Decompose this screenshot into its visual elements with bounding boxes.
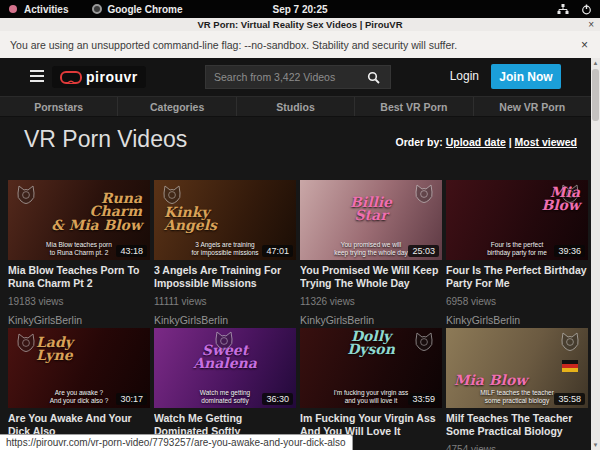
power-icon[interactable] xyxy=(581,4,592,15)
link-preview-statusbar: https://pirouvr.com/vr-porn-video/779325… xyxy=(0,434,353,450)
warning-close-icon[interactable]: × xyxy=(581,38,588,52)
scrollbar-thumb[interactable] xyxy=(592,69,599,121)
page-title: VR Porn Videos xyxy=(24,126,187,153)
order-upload-date-link[interactable]: Upload date xyxy=(446,136,506,148)
video-thumbnail[interactable]: Mia Blow Four is the perfect birthday pa… xyxy=(446,180,588,260)
studio-watermark-icon xyxy=(412,183,436,205)
video-card: Dolly Dyson I'm fucking your virgin ass … xyxy=(300,328,442,450)
thumbnail-performer-name: Kinky Angels xyxy=(154,206,296,233)
scroll-down-icon[interactable]: ▼ xyxy=(591,440,600,450)
video-thumbnail[interactable]: Dolly Dyson I'm fucking your virgin ass … xyxy=(300,328,442,408)
view-count: 4754 views xyxy=(446,444,588,450)
duration-badge: 35:58 xyxy=(554,393,585,405)
studio-link[interactable]: KinkyGirlsBerlin xyxy=(154,314,296,326)
clock[interactable]: Sep 7 20:25 xyxy=(0,4,600,15)
video-thumbnail[interactable]: Billie Star You promised we will keep tr… xyxy=(300,180,442,260)
view-count: 11326 views xyxy=(300,296,442,307)
view-count: 19183 views xyxy=(8,296,150,307)
studio-watermark-icon xyxy=(558,183,582,205)
page-scrollbar[interactable]: ▲ ▼ xyxy=(591,58,600,450)
tab-close-icon[interactable]: × xyxy=(588,20,594,30)
video-thumbnail[interactable]: Mia Blow MILF teaches the teacher some p… xyxy=(446,328,588,408)
video-card: Runa Charm & Mia Blow Mia Blow teaches p… xyxy=(8,180,150,326)
login-link[interactable]: Login xyxy=(450,69,479,83)
screen: Activities Google Chrome Sep 7 20:25 VR … xyxy=(0,0,600,450)
studio-watermark-icon xyxy=(160,184,184,206)
video-card: Sweet Analena Watch me getting dominated… xyxy=(154,328,296,450)
video-card: Lady Lyne Are you awake ? And your dick … xyxy=(8,328,150,450)
video-title[interactable]: 3 Angels Are Training For Impossible Mis… xyxy=(154,264,296,290)
studio-watermark-icon xyxy=(558,331,582,353)
search-icon xyxy=(367,71,380,84)
nav-item-categories[interactable]: Categories xyxy=(118,97,236,116)
site-header: pirouvr Login Join Now xyxy=(0,58,591,96)
site-logo[interactable]: pirouvr xyxy=(52,66,146,88)
browser-tab-strip: VR Porn: Virtual Reality Sex Videos | Pi… xyxy=(0,18,600,32)
scroll-up-icon[interactable]: ▲ xyxy=(591,58,600,68)
vr-goggles-icon xyxy=(60,71,82,84)
video-title[interactable]: Four Is The Perfect Birthday Party For M… xyxy=(446,264,588,290)
duration-badge: 43:18 xyxy=(116,245,147,257)
nav-item-best-vr-porn[interactable]: Best VR Porn xyxy=(355,97,473,116)
studio-link[interactable]: KinkyGirlsBerlin xyxy=(8,314,150,326)
view-count: 6958 views xyxy=(446,296,588,307)
studio-link[interactable]: KinkyGirlsBerlin xyxy=(300,314,442,326)
logo-text: pirouvr xyxy=(86,69,138,85)
video-card: Billie Star You promised we will keep tr… xyxy=(300,180,442,326)
video-thumbnail[interactable]: Lady Lyne Are you awake ? And your dick … xyxy=(8,328,150,408)
order-by-label: Order by: xyxy=(395,136,442,148)
order-separator: | xyxy=(509,136,512,148)
tab-title[interactable]: VR Porn: Virtual Reality Sex Videos | Pi… xyxy=(0,19,600,30)
thumbnail-performer-name: Mia Blow xyxy=(446,374,588,387)
nav-item-studios[interactable]: Studios xyxy=(237,97,355,116)
studio-watermark-icon xyxy=(212,330,236,352)
duration-badge: 30:17 xyxy=(116,393,147,405)
main-nav: Pornstars Categories Studios Best VR Por… xyxy=(0,96,591,117)
warning-text: You are using an unsupported command-lin… xyxy=(10,39,457,51)
search-input[interactable] xyxy=(206,66,364,88)
duration-badge: 25:03 xyxy=(408,245,439,257)
video-card: Kinky Angels 3 Angels are training for i… xyxy=(154,180,296,326)
duration-badge: 39:36 xyxy=(554,245,585,257)
video-title[interactable]: Milf Teaches The Teacher Some Practical … xyxy=(446,412,588,438)
duration-badge: 36:30 xyxy=(262,393,293,405)
studio-watermark-icon xyxy=(14,184,38,206)
german-flag-decal xyxy=(562,360,578,372)
network-icon[interactable] xyxy=(557,4,569,15)
video-grid: Runa Charm & Mia Blow Mia Blow teaches p… xyxy=(8,180,588,450)
system-top-bar: Activities Google Chrome Sep 7 20:25 xyxy=(0,0,600,18)
search-box xyxy=(205,65,391,89)
sandbox-warning-bar: You are using an unsupported command-lin… xyxy=(0,31,600,59)
order-most-viewed-link[interactable]: Most viewed xyxy=(515,136,577,148)
studio-watermark-icon xyxy=(412,331,436,353)
search-button[interactable] xyxy=(356,66,390,88)
video-title[interactable]: Mia Blow Teaches Porn To Runa Charm Pt 2 xyxy=(8,264,150,290)
duration-badge: 47:01 xyxy=(262,245,293,257)
duration-badge: 33:59 xyxy=(408,393,439,405)
video-thumbnail[interactable]: Sweet Analena Watch me getting dominated… xyxy=(154,328,296,408)
hamburger-menu-icon[interactable] xyxy=(30,70,44,82)
studio-watermark-icon xyxy=(14,332,38,354)
video-card: Mia Blow MILF teaches the teacher some p… xyxy=(446,328,588,450)
video-thumbnail[interactable]: Kinky Angels 3 Angels are training for i… xyxy=(154,180,296,260)
video-thumbnail[interactable]: Runa Charm & Mia Blow Mia Blow teaches p… xyxy=(8,180,150,260)
nav-item-new-vr-porn[interactable]: New VR Porn xyxy=(474,97,591,116)
page-viewport: pirouvr Login Join Now Pornstars Categor… xyxy=(0,58,591,450)
nav-item-pornstars[interactable]: Pornstars xyxy=(0,97,118,116)
join-now-button[interactable]: Join Now xyxy=(491,64,561,89)
view-count: 11111 views xyxy=(154,296,296,307)
order-by-controls: Order by: Upload date | Most viewed xyxy=(395,136,577,148)
video-title[interactable]: You Promised We Will Keep Trying The Who… xyxy=(300,264,442,290)
video-card: Mia Blow Four is the perfect birthday pa… xyxy=(446,180,588,326)
studio-link[interactable]: KinkyGirlsBerlin xyxy=(446,314,588,326)
